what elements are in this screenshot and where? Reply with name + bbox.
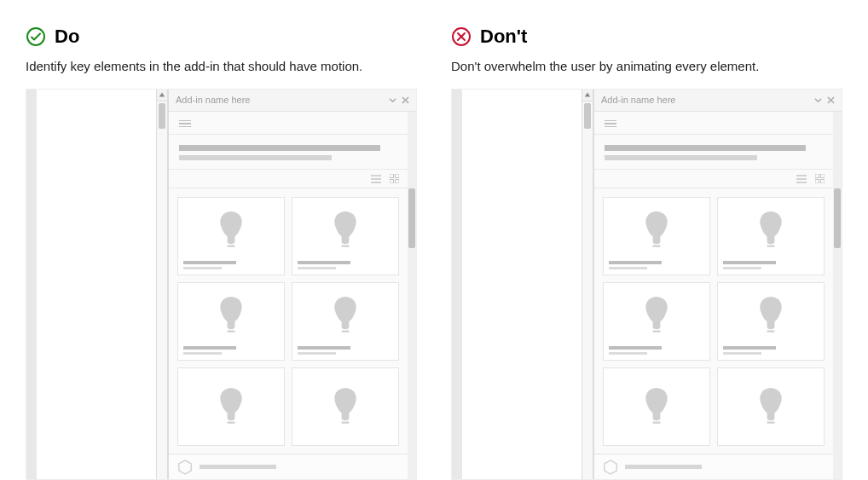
card-item[interactable] <box>177 367 285 446</box>
list-view-icon[interactable] <box>796 175 807 183</box>
heading-block <box>169 135 408 170</box>
document-area <box>462 90 582 480</box>
pane-footer <box>594 454 833 479</box>
card-item[interactable] <box>603 282 710 361</box>
pane-header: Add-in name here <box>169 90 416 112</box>
card-item[interactable] <box>603 197 710 275</box>
pane-header: Add-in name here <box>594 90 842 112</box>
svg-rect-6 <box>815 174 819 178</box>
scroll-up-icon[interactable] <box>157 90 167 101</box>
hamburger-row <box>594 112 833 136</box>
document-scrollbar[interactable] <box>156 90 168 480</box>
lightbulb-icon <box>298 288 393 343</box>
card-meta <box>183 346 279 355</box>
svg-rect-3 <box>390 180 394 184</box>
lightbulb-icon <box>723 288 819 343</box>
grid-view-icon[interactable] <box>815 174 825 183</box>
svg-rect-1 <box>390 174 394 178</box>
card-item[interactable] <box>292 282 399 361</box>
card-item[interactable] <box>292 197 399 275</box>
card-meta <box>609 346 704 355</box>
card-item[interactable] <box>717 197 825 275</box>
card-item[interactable] <box>603 367 710 446</box>
hexagon-icon <box>177 460 193 475</box>
scroll-up-icon[interactable] <box>582 90 593 101</box>
svg-rect-9 <box>821 180 825 184</box>
footer-placeholder <box>625 465 702 469</box>
svg-rect-7 <box>821 174 825 178</box>
pane-content <box>594 112 833 480</box>
document-area <box>37 90 156 480</box>
do-mock: Add-in name here <box>26 89 417 481</box>
do-column: Do Identify key elements in the add-in t… <box>26 26 417 480</box>
dont-heading: Don't <box>451 26 842 48</box>
dont-column: Don't Don't overwhelm the user by animat… <box>451 26 842 480</box>
pane-body <box>169 112 416 480</box>
grid-view-icon[interactable] <box>390 174 399 183</box>
dont-title: Don't <box>480 26 527 48</box>
chevron-down-icon[interactable] <box>814 96 822 104</box>
lightbulb-icon <box>609 373 704 440</box>
card-grid <box>169 188 408 454</box>
hamburger-icon[interactable] <box>605 120 616 128</box>
dont-mock: Add-in name here <box>451 89 842 481</box>
pane-body <box>594 112 842 480</box>
dont-description: Don't overwhelm the user by animating ev… <box>451 58 842 75</box>
pane-footer <box>169 454 408 479</box>
pane-content <box>169 112 408 480</box>
card-meta <box>609 261 704 269</box>
card-item[interactable] <box>717 282 825 361</box>
card-item[interactable] <box>292 367 399 446</box>
lightbulb-icon <box>609 288 704 343</box>
scroll-thumb[interactable] <box>584 103 591 129</box>
svg-rect-8 <box>815 180 819 184</box>
heading-block <box>594 135 833 170</box>
card-meta <box>183 261 279 269</box>
pane-scroll-thumb[interactable] <box>834 188 841 248</box>
toolbar <box>594 170 833 188</box>
footer-placeholder <box>200 465 276 469</box>
pane-scroll-thumb[interactable] <box>408 188 415 248</box>
card-meta <box>723 346 819 355</box>
card-meta <box>723 261 819 269</box>
scroll-thumb[interactable] <box>159 103 165 129</box>
x-circle-icon <box>451 26 472 47</box>
lightbulb-icon <box>183 288 279 343</box>
placeholder-bar <box>179 145 380 151</box>
placeholder-bar <box>179 155 332 160</box>
card-item[interactable] <box>177 197 285 275</box>
close-icon[interactable] <box>402 96 409 104</box>
hexagon-icon <box>603 460 618 475</box>
svg-point-0 <box>27 28 44 45</box>
close-icon[interactable] <box>827 96 835 104</box>
placeholder-bar <box>605 145 806 151</box>
do-title: Do <box>55 26 79 48</box>
document-scrollbar[interactable] <box>582 90 593 480</box>
lightbulb-icon <box>298 203 393 257</box>
lightbulb-icon <box>723 373 819 440</box>
lightbulb-icon <box>298 373 393 440</box>
pane-scrollbar[interactable] <box>408 112 416 480</box>
list-view-icon[interactable] <box>371 175 381 183</box>
card-item[interactable] <box>177 282 285 361</box>
svg-rect-2 <box>396 174 400 178</box>
check-circle-icon <box>26 26 46 47</box>
card-meta <box>298 261 393 269</box>
card-grid <box>594 188 833 454</box>
lightbulb-icon <box>183 373 279 440</box>
hamburger-icon[interactable] <box>179 120 191 128</box>
pane-title: Add-in name here <box>176 95 384 105</box>
do-description: Identify key elements in the add-in that… <box>26 58 417 75</box>
chevron-down-icon[interactable] <box>389 96 396 104</box>
toolbar <box>169 170 408 188</box>
hamburger-row <box>169 112 408 136</box>
do-heading: Do <box>26 26 417 48</box>
pane-scrollbar[interactable] <box>833 112 842 480</box>
lightbulb-icon <box>609 203 704 257</box>
card-meta <box>298 346 393 355</box>
task-pane: Add-in name here <box>168 90 416 480</box>
card-item[interactable] <box>717 367 825 446</box>
lightbulb-icon <box>723 203 819 257</box>
svg-rect-4 <box>396 180 400 184</box>
task-pane: Add-in name here <box>593 90 842 480</box>
